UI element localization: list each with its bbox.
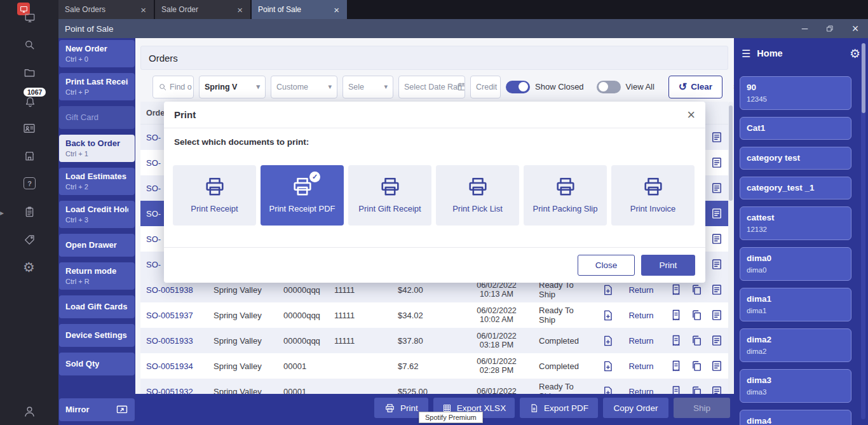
- return-link[interactable]: Return: [619, 285, 663, 295]
- store-dropdown[interactable]: Spring V ▾: [199, 76, 266, 98]
- contacts-icon[interactable]: [23, 122, 36, 135]
- add-document-icon[interactable]: [597, 360, 619, 372]
- list-icon[interactable]: [710, 182, 723, 194]
- list-icon[interactable]: [710, 156, 723, 169]
- view-all-toggle[interactable]: [597, 81, 621, 93]
- tab-close-icon[interactable]: ×: [236, 5, 244, 15]
- table-row[interactable]: SO-0051937 Spring Valley 00000qqq 11111 …: [140, 302, 728, 328]
- category-item[interactable]: category test: [740, 147, 851, 170]
- back-to-order-button[interactable]: Back to OrderCtrl + 1: [59, 135, 135, 162]
- category-item[interactable]: 9012345: [740, 76, 851, 110]
- print-gift-receipt-option[interactable]: Print Gift Receipt: [348, 165, 431, 226]
- copy-order-button[interactable]: Copy Order: [603, 398, 668, 418]
- return-link[interactable]: Return: [619, 361, 663, 371]
- tab-close-icon[interactable]: ×: [139, 5, 147, 15]
- search-icon[interactable]: [24, 39, 36, 51]
- table-row[interactable]: SO-0051932 Spring Valley 00001 $525.00 0…: [140, 379, 728, 394]
- open-drawer-button[interactable]: Open Drawer: [59, 234, 135, 257]
- window-close-button[interactable]: ×: [843, 19, 868, 38]
- list-icon[interactable]: [710, 309, 723, 321]
- export-pdf-button[interactable]: Export PDF: [520, 398, 598, 418]
- load-estimates-button[interactable]: Load EstimatesCtrl + 2: [59, 168, 135, 195]
- list-icon[interactable]: [710, 283, 723, 296]
- receipt-icon[interactable]: [670, 385, 682, 394]
- user-profile-icon[interactable]: [23, 405, 36, 418]
- return-link[interactable]: Return: [619, 311, 663, 320]
- sold-qty-button[interactable]: Sold Qty: [59, 353, 135, 375]
- order-search-input[interactable]: Find o: [153, 76, 194, 98]
- tab-sale-orders[interactable]: Sale Orders×: [58, 0, 154, 19]
- return-link[interactable]: Return: [619, 336, 663, 346]
- return-mode-button[interactable]: Return modeCtrl + R: [59, 262, 135, 290]
- print-receipt-pdf-option[interactable]: ✓ Print Receipt PDF: [261, 165, 344, 226]
- add-document-icon[interactable]: [597, 309, 619, 321]
- return-link[interactable]: Return: [619, 387, 663, 395]
- print-invoice-option[interactable]: Print Invoice: [611, 165, 695, 226]
- date-range-input[interactable]: Select Date Ran: [398, 76, 465, 98]
- print-confirm-button[interactable]: Print: [641, 255, 695, 276]
- print-receipt-option[interactable]: Print Receipt: [173, 165, 256, 226]
- print-packing-slip-option[interactable]: Print Packing Slip: [524, 165, 607, 226]
- list-icon[interactable]: [710, 207, 723, 220]
- help-icon[interactable]: ?: [24, 177, 36, 189]
- category-item[interactable]: category_test _1: [740, 177, 851, 199]
- copy-icon[interactable]: [690, 309, 703, 321]
- category-item[interactable]: dima0dima0: [740, 247, 851, 281]
- list-icon[interactable]: [710, 233, 723, 245]
- customer-dropdown[interactable]: Custome ▾: [271, 76, 337, 98]
- clipboard-icon[interactable]: [24, 206, 36, 218]
- list-icon[interactable]: [710, 360, 723, 372]
- new-order-button[interactable]: New OrderCtrl + 0: [59, 40, 135, 67]
- tab-close-icon[interactable]: ×: [332, 5, 341, 15]
- category-item[interactable]: dima2dima2: [740, 328, 851, 362]
- close-icon[interactable]: ×: [687, 108, 695, 122]
- show-closed-toggle[interactable]: [506, 81, 530, 93]
- list-icon[interactable]: [710, 334, 723, 347]
- category-item[interactable]: Cat1: [740, 117, 851, 140]
- copy-icon[interactable]: [690, 283, 703, 296]
- category-item[interactable]: dima1dima1: [740, 288, 851, 321]
- load-gift-cards-button[interactable]: Load Gift Cards: [59, 295, 135, 318]
- device-settings-button[interactable]: Device Settings: [59, 324, 135, 347]
- tab-point-of-sale[interactable]: Point of Sale×: [252, 0, 347, 19]
- window-restore-button[interactable]: [817, 19, 843, 38]
- list-icon[interactable]: [710, 385, 723, 394]
- category-item[interactable]: cattest12132: [740, 206, 851, 240]
- receipt-icon[interactable]: [670, 309, 682, 321]
- copy-icon[interactable]: [690, 385, 703, 394]
- close-button[interactable]: Close: [578, 255, 635, 276]
- sidebar-settings-gear-icon[interactable]: ⚙: [850, 46, 860, 61]
- settings-gear-icon[interactable]: ⚙: [23, 260, 35, 274]
- category-item[interactable]: dima3dima3: [740, 369, 851, 403]
- copy-icon[interactable]: [690, 360, 703, 372]
- copy-icon[interactable]: [690, 334, 703, 347]
- add-document-icon[interactable]: [597, 386, 619, 395]
- table-scrollbar[interactable]: [728, 102, 733, 394]
- print-pick-list-option[interactable]: Print Pick List: [436, 165, 519, 226]
- list-icon[interactable]: [710, 258, 723, 271]
- clear-filters-button[interactable]: ↺ Clear: [668, 76, 722, 98]
- receipt-icon[interactable]: [670, 334, 682, 347]
- mirror-button[interactable]: Mirror: [59, 398, 135, 421]
- sidebar-scrollbar-thumb[interactable]: [862, 43, 865, 113]
- notifications-bell-icon[interactable]: [24, 96, 36, 108]
- window-minimize-button[interactable]: [792, 19, 817, 38]
- status-dropdown[interactable]: Sele ▾: [342, 76, 393, 98]
- category-item[interactable]: dima4: [740, 410, 851, 425]
- expand-panel-arrow[interactable]: ▸: [0, 208, 4, 217]
- add-document-icon[interactable]: [597, 335, 619, 347]
- table-scrollbar-thumb[interactable]: [729, 105, 733, 201]
- add-document-icon[interactable]: [597, 284, 619, 296]
- hamburger-menu-icon[interactable]: ☰: [742, 48, 750, 60]
- print-last-receipt-button[interactable]: Print Last ReceiptCtrl + P: [59, 73, 135, 100]
- sidebar-scrollbar[interactable]: [861, 43, 865, 419]
- tag-icon[interactable]: [24, 234, 36, 246]
- list-icon[interactable]: [710, 131, 723, 144]
- receipt-icon[interactable]: [670, 283, 682, 296]
- table-row[interactable]: SO-0051933 Spring Valley 00000qqq 11111 …: [140, 328, 728, 353]
- store-icon[interactable]: [24, 150, 36, 162]
- load-credit-hold-button[interactable]: Load Credit HoldCtrl + 3: [59, 201, 135, 228]
- receipt-icon[interactable]: [670, 360, 682, 372]
- dashboard-icon[interactable]: [24, 12, 36, 24]
- folders-icon[interactable]: [24, 67, 36, 79]
